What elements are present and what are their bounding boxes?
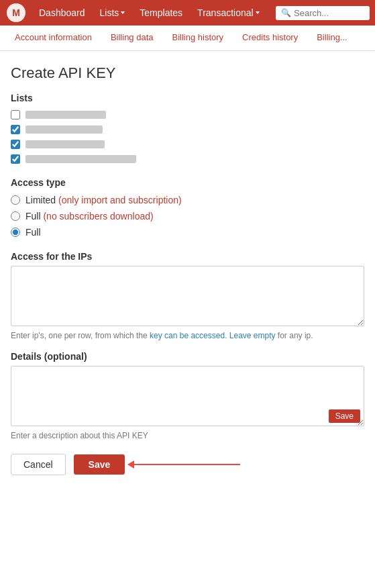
- list-checkbox-4[interactable]: [11, 154, 20, 164]
- nav-dashboard[interactable]: Dashboard: [32, 3, 92, 22]
- page-title: Create API KEY: [11, 64, 364, 82]
- list-checkbox-3[interactable]: [11, 140, 20, 149]
- ips-textarea[interactable]: [11, 266, 364, 326]
- list-bar-2: [25, 126, 103, 134]
- list-bar-3: [25, 140, 105, 148]
- access-option-limited: Limited (only import and subscription): [11, 195, 364, 205]
- ips-section: Access for the IPs Enter ip's, one per r…: [11, 251, 364, 340]
- nav-templates[interactable]: Templates: [133, 3, 189, 22]
- ips-label: Access for the IPs: [11, 251, 364, 262]
- details-hint: Enter a description about this API KEY: [11, 431, 364, 440]
- list-checkbox-2[interactable]: [11, 125, 20, 134]
- arrow-indicator: [133, 464, 240, 465]
- cancel-button[interactable]: Cancel: [11, 454, 66, 475]
- radio-full[interactable]: [11, 228, 20, 237]
- details-textarea[interactable]: [11, 366, 364, 426]
- list-item: [11, 125, 364, 134]
- ips-textarea-wrapper: [11, 266, 364, 328]
- top-navigation: M Dashboard Lists Templates Transactiona…: [0, 0, 375, 26]
- save-button[interactable]: Save: [74, 454, 125, 475]
- access-type-label: Access type: [11, 177, 364, 188]
- search-box[interactable]: 🔍: [276, 6, 370, 20]
- search-icon: 🔍: [281, 8, 291, 17]
- radio-limited-label[interactable]: Limited (only import and subscription): [25, 195, 182, 205]
- list-bar-4: [25, 155, 136, 163]
- radio-full-no-download-label[interactable]: Full (no subscribers download): [25, 211, 154, 222]
- details-section: Details (optional) Save Enter a descript…: [11, 351, 364, 440]
- action-row: Cancel Save: [11, 454, 364, 475]
- list-checkbox-1[interactable]: [11, 110, 20, 119]
- main-content: Create API KEY Lists Access type Limited…: [0, 51, 375, 489]
- arrow-line: [133, 464, 240, 465]
- sub-navigation: Account information Billing data Billing…: [0, 26, 375, 51]
- radio-full-no-download[interactable]: [11, 211, 20, 221]
- details-textarea-wrapper: Save: [11, 366, 364, 428]
- search-input[interactable]: [294, 8, 364, 18]
- access-option-full: Full: [11, 227, 364, 238]
- app-logo[interactable]: M: [5, 2, 27, 23]
- details-label: Details (optional): [11, 351, 364, 362]
- nav-transactional[interactable]: Transactional: [191, 3, 266, 22]
- radio-full-label[interactable]: Full: [25, 227, 41, 238]
- list-item: [11, 154, 364, 164]
- nav-items: Dashboard Lists Templates Transactional: [32, 3, 276, 22]
- tab-billing-data[interactable]: Billing data: [101, 26, 163, 50]
- lists-checkboxes: [11, 110, 364, 164]
- lists-section-label: Lists: [11, 93, 364, 103]
- list-bar-1: [25, 111, 106, 119]
- list-item: [11, 110, 364, 119]
- lists-caret-icon: [121, 11, 125, 14]
- save-inline-button[interactable]: Save: [329, 409, 360, 423]
- ips-hint: Enter ip's, one per row, from which the …: [11, 331, 364, 340]
- tab-billing-extra[interactable]: Billing...: [307, 26, 357, 50]
- list-item: [11, 140, 364, 149]
- access-type-section: Access type Limited (only import and sub…: [11, 177, 364, 238]
- nav-lists[interactable]: Lists: [93, 3, 132, 22]
- tab-credits-history[interactable]: Credits history: [233, 26, 307, 50]
- radio-limited[interactable]: [11, 195, 20, 205]
- transactional-caret-icon: [256, 11, 260, 14]
- access-option-full-no-download: Full (no subscribers download): [11, 211, 364, 222]
- tab-billing-history[interactable]: Billing history: [163, 26, 233, 50]
- tab-account-information[interactable]: Account information: [5, 26, 101, 50]
- svg-text:M: M: [12, 7, 20, 18]
